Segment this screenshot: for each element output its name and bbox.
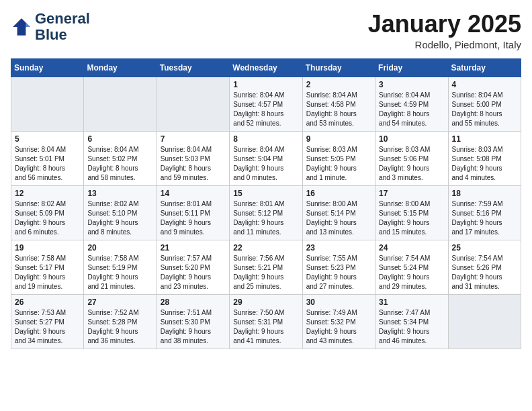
day-number: 28 <box>161 298 226 307</box>
day-info: Sunrise: 7:58 AM Sunset: 5:17 PM Dayligh… <box>15 254 80 291</box>
day-number: 21 <box>161 243 226 253</box>
calendar-table: SundayMondayTuesdayWednesdayThursdayFrid… <box>11 58 521 349</box>
day-number: 23 <box>306 243 371 253</box>
day-info: Sunrise: 8:04 AM Sunset: 4:58 PM Dayligh… <box>306 91 371 128</box>
calendar-cell: 28Sunrise: 7:51 AM Sunset: 5:30 PM Dayli… <box>157 294 229 349</box>
calendar-cell: 29Sunrise: 7:50 AM Sunset: 5:31 PM Dayli… <box>230 294 302 349</box>
calendar-cell: 4Sunrise: 8:04 AM Sunset: 5:00 PM Daylig… <box>448 77 521 131</box>
day-number: 1 <box>233 80 298 89</box>
calendar-cell: 13Sunrise: 8:02 AM Sunset: 5:10 PM Dayli… <box>84 185 157 240</box>
day-info: Sunrise: 8:01 AM Sunset: 5:11 PM Dayligh… <box>161 199 226 237</box>
day-info: Sunrise: 8:04 AM Sunset: 5:00 PM Dayligh… <box>452 91 517 128</box>
calendar-cell: 8Sunrise: 8:04 AM Sunset: 5:04 PM Daylig… <box>230 131 302 185</box>
day-info: Sunrise: 8:03 AM Sunset: 5:06 PM Dayligh… <box>379 145 444 183</box>
calendar-week-row: 26Sunrise: 7:53 AM Sunset: 5:27 PM Dayli… <box>11 294 521 349</box>
day-number: 27 <box>87 298 152 307</box>
day-info: Sunrise: 7:55 AM Sunset: 5:23 PM Dayligh… <box>306 254 371 291</box>
calendar-cell: 16Sunrise: 8:00 AM Sunset: 5:14 PM Dayli… <box>302 185 375 240</box>
calendar-cell: 17Sunrise: 8:00 AM Sunset: 5:15 PM Dayli… <box>375 185 448 240</box>
day-info: Sunrise: 8:01 AM Sunset: 5:12 PM Dayligh… <box>233 199 298 237</box>
day-number: 10 <box>379 134 444 144</box>
calendar-cell <box>448 294 521 349</box>
day-info: Sunrise: 8:03 AM Sunset: 5:05 PM Dayligh… <box>306 145 371 183</box>
calendar-cell: 6Sunrise: 8:04 AM Sunset: 5:02 PM Daylig… <box>84 131 157 185</box>
calendar-cell: 26Sunrise: 7:53 AM Sunset: 5:27 PM Dayli… <box>11 294 84 349</box>
calendar-cell: 7Sunrise: 8:04 AM Sunset: 5:03 PM Daylig… <box>157 131 229 185</box>
day-number: 26 <box>15 298 80 307</box>
calendar-cell: 18Sunrise: 7:59 AM Sunset: 5:16 PM Dayli… <box>448 185 521 240</box>
calendar-cell: 24Sunrise: 7:54 AM Sunset: 5:24 PM Dayli… <box>375 240 448 294</box>
day-info: Sunrise: 8:00 AM Sunset: 5:14 PM Dayligh… <box>306 199 371 237</box>
day-info: Sunrise: 8:02 AM Sunset: 5:10 PM Dayligh… <box>87 199 152 237</box>
calendar-cell: 3Sunrise: 8:04 AM Sunset: 4:59 PM Daylig… <box>375 77 448 131</box>
calendar-week-row: 5Sunrise: 8:04 AM Sunset: 5:01 PM Daylig… <box>11 131 521 185</box>
day-info: Sunrise: 7:59 AM Sunset: 5:16 PM Dayligh… <box>452 199 517 237</box>
title-block: January 2025 Rodello, Piedmont, Italy <box>368 11 521 50</box>
day-number: 29 <box>233 298 298 307</box>
calendar-cell: 1Sunrise: 8:04 AM Sunset: 4:57 PM Daylig… <box>230 77 302 131</box>
day-number: 11 <box>452 134 517 144</box>
calendar-header-row: SundayMondayTuesdayWednesdayThursdayFrid… <box>11 58 521 77</box>
calendar-cell: 10Sunrise: 8:03 AM Sunset: 5:06 PM Dayli… <box>375 131 448 185</box>
calendar-cell: 15Sunrise: 8:01 AM Sunset: 5:12 PM Dayli… <box>230 185 302 240</box>
calendar-cell <box>11 77 84 131</box>
day-number: 18 <box>452 189 517 198</box>
day-info: Sunrise: 8:02 AM Sunset: 5:09 PM Dayligh… <box>15 199 80 237</box>
day-info: Sunrise: 8:04 AM Sunset: 4:57 PM Dayligh… <box>233 91 298 128</box>
calendar-cell: 9Sunrise: 8:03 AM Sunset: 5:05 PM Daylig… <box>302 131 375 185</box>
day-number: 19 <box>15 243 80 253</box>
day-number: 4 <box>452 80 517 89</box>
calendar-cell: 30Sunrise: 7:49 AM Sunset: 5:32 PM Dayli… <box>302 294 375 349</box>
day-number: 3 <box>379 80 444 89</box>
day-number: 24 <box>379 243 444 253</box>
day-number: 8 <box>233 134 298 144</box>
day-info: Sunrise: 7:54 AM Sunset: 5:24 PM Dayligh… <box>379 254 444 291</box>
day-number: 2 <box>306 80 371 89</box>
day-info: Sunrise: 8:04 AM Sunset: 5:04 PM Dayligh… <box>233 145 298 183</box>
day-number: 22 <box>233 243 298 253</box>
weekday-header-cell: Saturday <box>448 58 521 77</box>
day-info: Sunrise: 8:04 AM Sunset: 5:01 PM Dayligh… <box>15 145 80 183</box>
location-subtitle: Rodello, Piedmont, Italy <box>368 39 521 50</box>
day-info: Sunrise: 7:58 AM Sunset: 5:19 PM Dayligh… <box>87 254 152 291</box>
day-info: Sunrise: 8:00 AM Sunset: 5:15 PM Dayligh… <box>379 199 444 237</box>
day-number: 5 <box>15 134 80 144</box>
day-number: 30 <box>306 298 371 307</box>
weekday-header-cell: Friday <box>375 58 448 77</box>
calendar-cell: 20Sunrise: 7:58 AM Sunset: 5:19 PM Dayli… <box>84 240 157 294</box>
day-number: 15 <box>233 189 298 198</box>
calendar-cell <box>157 77 229 131</box>
day-info: Sunrise: 8:03 AM Sunset: 5:08 PM Dayligh… <box>452 145 517 183</box>
day-info: Sunrise: 7:50 AM Sunset: 5:31 PM Dayligh… <box>233 308 298 346</box>
calendar-cell: 25Sunrise: 7:54 AM Sunset: 5:26 PM Dayli… <box>448 240 521 294</box>
day-info: Sunrise: 8:04 AM Sunset: 5:03 PM Dayligh… <box>161 145 226 183</box>
day-number: 31 <box>379 298 444 307</box>
calendar-cell: 2Sunrise: 8:04 AM Sunset: 4:58 PM Daylig… <box>302 77 375 131</box>
calendar-cell: 14Sunrise: 8:01 AM Sunset: 5:11 PM Dayli… <box>157 185 229 240</box>
day-info: Sunrise: 8:04 AM Sunset: 4:59 PM Dayligh… <box>379 91 444 128</box>
day-number: 7 <box>161 134 226 144</box>
day-info: Sunrise: 7:52 AM Sunset: 5:28 PM Dayligh… <box>87 308 152 346</box>
logo-line2: Blue <box>35 27 90 43</box>
day-number: 17 <box>379 189 444 198</box>
logo-line1: General <box>35 11 90 27</box>
day-info: Sunrise: 7:51 AM Sunset: 5:30 PM Dayligh… <box>161 308 226 346</box>
day-info: Sunrise: 7:56 AM Sunset: 5:21 PM Dayligh… <box>233 254 298 291</box>
calendar-cell: 12Sunrise: 8:02 AM Sunset: 5:09 PM Dayli… <box>11 185 84 240</box>
calendar-cell: 23Sunrise: 7:55 AM Sunset: 5:23 PM Dayli… <box>302 240 375 294</box>
calendar-week-row: 1Sunrise: 8:04 AM Sunset: 4:57 PM Daylig… <box>11 77 521 131</box>
calendar-cell: 21Sunrise: 7:57 AM Sunset: 5:20 PM Dayli… <box>157 240 229 294</box>
day-number: 12 <box>15 189 80 198</box>
weekday-header-cell: Monday <box>84 58 157 77</box>
day-info: Sunrise: 7:53 AM Sunset: 5:27 PM Dayligh… <box>15 308 80 346</box>
day-info: Sunrise: 7:49 AM Sunset: 5:32 PM Dayligh… <box>306 308 371 346</box>
day-info: Sunrise: 7:47 AM Sunset: 5:34 PM Dayligh… <box>379 308 444 346</box>
logo: General Blue <box>11 11 90 43</box>
day-info: Sunrise: 8:04 AM Sunset: 5:02 PM Dayligh… <box>87 145 152 183</box>
day-number: 9 <box>306 134 371 144</box>
calendar-cell: 19Sunrise: 7:58 AM Sunset: 5:17 PM Dayli… <box>11 240 84 294</box>
logo-text: General Blue <box>35 11 90 43</box>
day-number: 13 <box>87 189 152 198</box>
day-number: 25 <box>452 243 517 253</box>
calendar-cell: 31Sunrise: 7:47 AM Sunset: 5:34 PM Dayli… <box>375 294 448 349</box>
